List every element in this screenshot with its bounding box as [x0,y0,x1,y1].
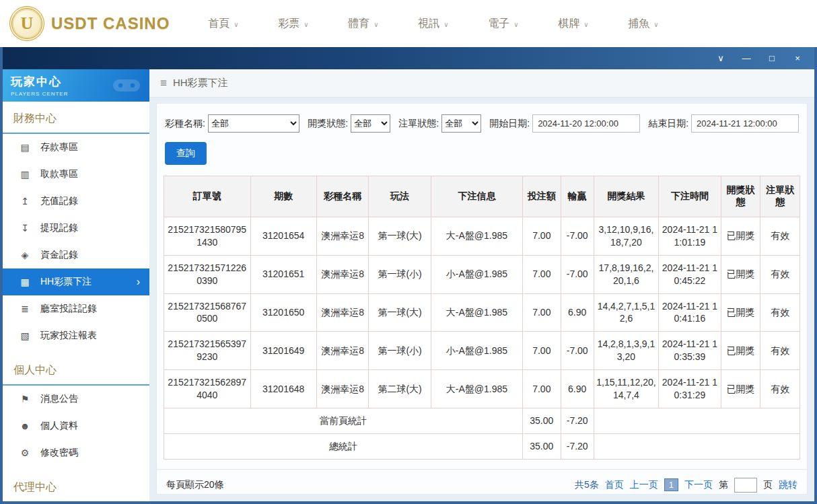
column-header: 開獎狀態 [721,176,760,217]
sidebar-item-label: 提現記錄 [40,222,143,234]
logo-letter: U [21,13,34,34]
page-jump-input[interactable] [734,478,757,493]
table-cell: 有效 [760,293,800,332]
nav-item-label: 電子 [488,17,509,31]
sidebar-item[interactable]: ↧提現記錄 [3,215,149,242]
table-cell: 2024-11-21 10:35:39 [659,332,721,370]
table-cell: 澳洲幸运8 [316,370,368,408]
bet-status-label: 注單狀態: [398,118,439,130]
table-cell: 已開獎 [721,332,760,370]
deposit-icon: ▤ [19,142,31,153]
total-count-label: 共5条 [575,479,599,491]
table-cell: 第二球(大) [369,370,431,408]
first-page-link[interactable]: 首页 [605,479,624,491]
sidebar-item[interactable]: ≣廳室投註記錄 [3,295,149,322]
sidebar-item[interactable]: ⚑消息公告 [3,386,149,412]
search-button[interactable]: 查詢 [165,142,207,165]
table-row: 215217321565397923031201649澳洲幸运8第一球(小)小-… [164,332,800,370]
column-header: 彩種名稱 [316,176,368,217]
sidebar-item[interactable]: ▧玩家投注報表 [3,322,149,349]
nav-item-label: 視訊 [418,17,439,31]
sidebar-item[interactable]: ↥充值記錄 [3,188,149,215]
jump-button[interactable]: 跳转 [779,479,797,491]
nav-item-label: 首頁 [208,17,229,31]
window-titlebar: ∨ — □ × [3,47,814,69]
jump-prefix-label: 第 [719,479,728,491]
summary-bet-total: 35.00 [522,408,561,433]
table-cell: 2152173215807951430 [164,217,251,256]
sidebar-menu: 財務中心▤存款專區▥取款專區↥充值記錄↧提現記錄◈資金記錄▦HH彩票下注›≣廳室… [3,102,149,501]
screen: U USDT CASINO 首頁∨彩票∨體育∨視訊∨電子∨棋牌∨捕魚∨ ∨ — … [0,0,817,47]
column-header: 注單狀態 [760,176,800,217]
announcement-icon: ⚑ [19,394,31,404]
gamepad-icon [112,75,141,96]
top-bar: U USDT CASINO 首頁∨彩票∨體育∨視訊∨電子∨棋牌∨捕魚∨ [0,0,817,47]
sidebar-item[interactable]: ◈資金記錄 [3,242,149,268]
funds-icon: ◈ [19,250,31,260]
window-maximize-icon[interactable]: □ [767,54,777,63]
recharge-icon: ↥ [19,196,31,207]
table-cell: 31201648 [250,370,316,408]
nav-item-4[interactable]: 視訊∨ [398,0,468,47]
table-cell: 有效 [760,332,800,370]
sidebar-item-label: HH彩票下注 [40,276,127,288]
table-cell: 2152173215712260390 [164,255,251,293]
table-header-row: 訂單號期數彩種名稱玩法下注信息投注額輸贏開獎結果下注時間開獎狀態注單狀態 [164,176,800,217]
sidebar-section-title: 個人中心 [3,357,149,386]
table-cell: 小-A盤@1.985 [431,332,522,370]
current-page-badge[interactable]: 1 [664,478,678,491]
lottery-name-select[interactable]: 全部 [208,114,299,133]
content-panel: 彩種名稱: 全部 開獎狀態: 全部 注單狀態: 全部 開始日期: [156,103,808,495]
summary-empty-cell [594,433,800,459]
window-collapse-icon[interactable]: ∨ [716,54,725,63]
nav-item-1[interactable]: 首頁∨ [188,0,258,47]
lottery-bet-icon: ▦ [19,277,31,287]
sidebar-header: 玩家中心 PLAYERS CENTER [3,69,149,102]
start-date-label: 開始日期: [489,118,530,130]
bet-status-select[interactable]: 全部 [441,114,481,133]
nav-item-2[interactable]: 彩票∨ [258,0,328,47]
table-cell: 31201654 [250,217,316,256]
table-cell: 2152173215653979230 [164,332,251,370]
sidebar-section-title: 財務中心 [3,106,149,134]
summary-empty-cell [594,408,800,433]
nav-item-6[interactable]: 棋牌∨ [538,0,608,47]
table-cell: 2024-11-21 10:45:22 [659,255,721,293]
chevron-down-icon: ∨ [304,21,308,28]
sidebar-item[interactable]: ☻個人資料 [3,412,149,439]
end-date-input[interactable] [691,114,799,133]
draw-status-label: 開獎狀態: [308,118,348,130]
chevron-down-icon: ∨ [443,21,448,28]
withdraw-icon: ▥ [19,169,31,180]
nav-item-3[interactable]: 體育∨ [328,0,398,47]
column-header: 下注信息 [431,176,522,217]
sidebar-item[interactable]: ▦HH彩票下注› [3,268,149,295]
menu-icon[interactable]: ≡ [160,77,167,90]
sidebar-item[interactable]: ⚙修改密碼 [3,439,149,466]
sidebar-item[interactable]: ▤存款專區 [3,134,149,161]
chevron-down-icon: ∨ [234,21,238,28]
sidebar-item-label: 存款專區 [40,141,143,153]
chevron-right-icon: › [137,276,143,288]
summary-row: 總統計35.00-7.20 [164,433,800,459]
table-cell: 7.00 [522,255,561,293]
window-close-icon[interactable]: × [793,54,802,63]
table-cell: 有效 [760,370,800,408]
table-cell: 2152173215687670500 [164,293,251,332]
logo[interactable]: U USDT CASINO [0,6,176,41]
nav-item-7[interactable]: 捕魚∨ [608,0,678,47]
table-cell: 7.00 [522,217,561,256]
start-date-input[interactable] [532,114,640,133]
next-page-link[interactable]: 下一页 [684,479,713,491]
table-cell: 14,2,8,1,3,9,13,20 [594,332,658,370]
column-header: 玩法 [369,176,431,217]
nav-item-label: 彩票 [278,17,299,31]
draw-status-select[interactable]: 全部 [351,114,390,133]
prev-page-link[interactable]: 上一页 [630,479,658,491]
window-minimize-icon[interactable]: — [742,54,751,63]
nav-item-5[interactable]: 電子∨ [468,0,538,47]
room-record-icon: ≣ [19,303,31,314]
logo-text: USDT CASINO [51,14,170,33]
sidebar-item[interactable]: ▥取款專區 [3,161,149,188]
table-cell: 澳洲幸运8 [316,217,368,256]
